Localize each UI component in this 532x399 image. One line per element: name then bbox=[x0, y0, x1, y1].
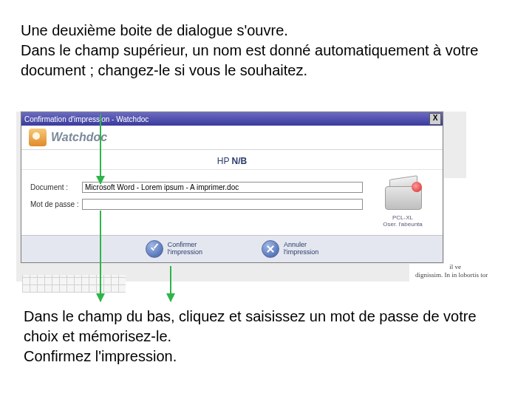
document-label: Document : bbox=[30, 183, 82, 191]
arrow-to-document-field bbox=[100, 115, 101, 184]
password-input[interactable] bbox=[82, 199, 363, 210]
printer-icon bbox=[379, 176, 426, 213]
document-name-input[interactable] bbox=[82, 182, 363, 193]
intro-text: Une deuxième boite de dialogue s'ouvre. … bbox=[21, 21, 501, 81]
arrow-to-password-field bbox=[100, 211, 101, 301]
brand-bar: Watchdoc bbox=[21, 126, 443, 150]
cancel-icon bbox=[262, 240, 279, 258]
confirm-print-button[interactable]: Confirmer l'impression bbox=[146, 240, 202, 258]
password-label: Mot de passe : bbox=[30, 200, 82, 208]
dialog-titlebar[interactable]: Confirmation d'impression - Watchdoc X bbox=[21, 112, 443, 126]
printer-driver: PCL-XL bbox=[372, 214, 434, 221]
intro-line-2: Dans le champ supérieur, un nom est donn… bbox=[21, 41, 501, 81]
bg-lorem-2: dignissim. In in lobortis tor bbox=[415, 271, 526, 279]
printer-thumbnail: PCL-XL Oser. l'abeunta bbox=[372, 176, 434, 228]
intro-line-1: Une deuxième boite de dialogue s'ouvre. bbox=[21, 21, 501, 41]
bg-lorem-1: il ve bbox=[415, 263, 461, 271]
watchdoc-icon bbox=[29, 129, 47, 146]
outro-line-1: Dans le champ du bas, cliquez et saisiss… bbox=[24, 307, 504, 347]
print-confirm-dialog: Confirmation d'impression - Watchdoc X W… bbox=[21, 112, 443, 263]
printer-pages: Oser. l'abeunta bbox=[372, 221, 434, 228]
check-icon bbox=[146, 240, 163, 258]
printer-name: HP N/B bbox=[21, 150, 443, 170]
ruler-grid bbox=[22, 275, 126, 293]
outro-line-2: Confirmez l'impression. bbox=[24, 347, 504, 366]
outro-text: Dans le champ du bas, cliquez et saisiss… bbox=[24, 307, 504, 366]
dialog-title: Confirmation d'impression - Watchdoc bbox=[24, 115, 149, 123]
brand-label: Watchdoc bbox=[51, 131, 107, 144]
close-icon[interactable]: X bbox=[429, 113, 441, 125]
cancel-print-button[interactable]: Annuler l'impression bbox=[262, 240, 318, 258]
arrow-to-confirm-button bbox=[170, 266, 171, 301]
dialog-button-bar: Confirmer l'impression Annuler l'impress… bbox=[21, 235, 443, 262]
